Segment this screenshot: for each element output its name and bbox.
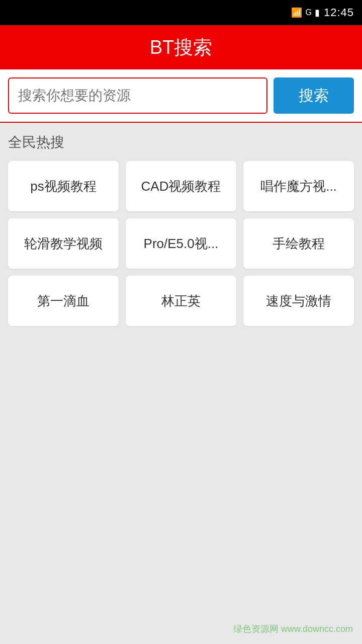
hot-search-item[interactable]: 手绘教程 — [243, 218, 354, 269]
hot-search-item[interactable]: 速度与激情 — [243, 276, 354, 326]
hot-search-item[interactable]: 唱作魔方视... — [243, 161, 354, 211]
search-bar: 搜索 — [0, 69, 362, 123]
hot-search-item-label: 速度与激情 — [262, 292, 335, 310]
hot-search-grid: ps视频教程CAD视频教程唱作魔方视...轮滑教学视频Pro/E5.0视...手… — [8, 161, 354, 326]
hot-search-item[interactable]: 第一滴血 — [8, 276, 119, 326]
hot-search-item-label: ps视频教程 — [26, 178, 100, 195]
hot-search-item[interactable]: Pro/E5.0视... — [126, 218, 236, 269]
app-header: BT搜索 — [0, 25, 362, 69]
hot-search-item-label: 林正英 — [157, 292, 205, 310]
hot-search-item[interactable]: 林正英 — [126, 276, 236, 326]
status-icons: 📶 G ▮ — [291, 7, 319, 18]
hot-search-item-label: 手绘教程 — [268, 235, 329, 253]
hot-search-item-label: Pro/E5.0视... — [140, 235, 223, 253]
hot-search-item-label: 唱作魔方视... — [256, 178, 341, 195]
hot-search-item[interactable]: 轮滑教学视频 — [8, 218, 119, 269]
app-title: BT搜索 — [150, 35, 213, 60]
hot-search-item-label: 轮滑教学视频 — [20, 235, 107, 253]
hot-search-title: 全民热搜 — [8, 133, 354, 152]
battery-icon: ▮ — [315, 7, 320, 18]
signal-icon: G — [305, 8, 311, 17]
status-bar: 📶 G ▮ 12:45 — [0, 0, 362, 25]
status-time: 12:45 — [324, 6, 354, 19]
hot-search-item-label: 第一滴血 — [33, 292, 94, 310]
watermark: 绿色资源网 www.downcc.com — [233, 623, 353, 635]
search-button[interactable]: 搜索 — [274, 77, 354, 114]
wifi-icon: 📶 — [291, 7, 302, 18]
search-input[interactable] — [8, 77, 267, 114]
hot-search-section: 全民热搜 ps视频教程CAD视频教程唱作魔方视...轮滑教学视频Pro/E5.0… — [0, 123, 362, 331]
hot-search-item-label: CAD视频教程 — [137, 178, 225, 195]
hot-search-item[interactable]: ps视频教程 — [8, 161, 119, 211]
hot-search-item[interactable]: CAD视频教程 — [126, 161, 236, 211]
